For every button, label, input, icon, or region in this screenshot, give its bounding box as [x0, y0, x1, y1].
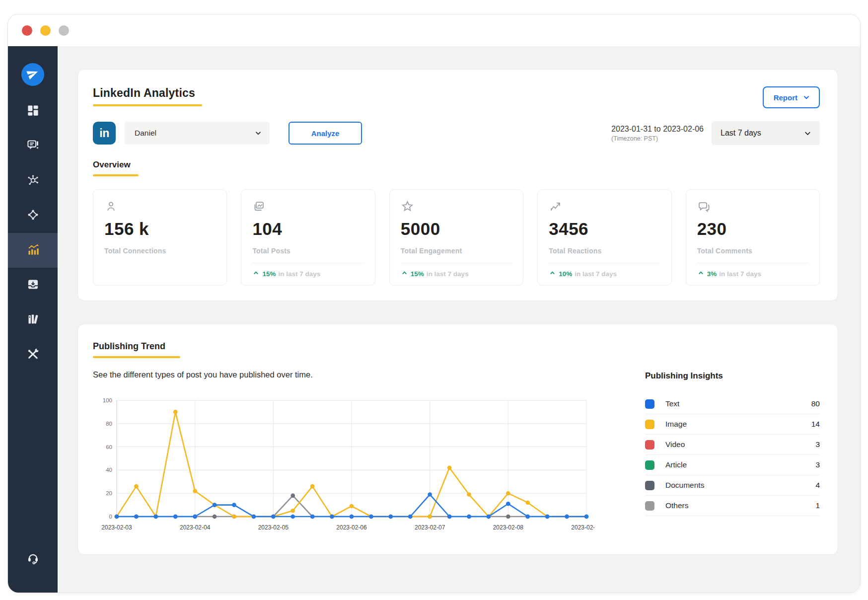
insight-row-others[interactable]: Others 1 [645, 496, 820, 516]
report-button-label: Report [774, 93, 797, 102]
chevron-down-icon [803, 129, 812, 138]
close-window-button[interactable] [22, 25, 32, 36]
analytics-chart-icon [26, 243, 40, 258]
growth-indicator: 15% in last 7 days [401, 269, 512, 278]
publishing-insights: Publishing Insights Text 80 Image 14 [645, 370, 820, 536]
stat-card-engagement: 5000 Total Engagement 15% in last 7 days [389, 189, 523, 286]
publishing-trend-panel: Publishing Trend See the different types… [77, 324, 838, 555]
app-window: LinkedIn Analytics Report in Daniel [7, 14, 861, 593]
growth-suffix: in last 7 days [278, 270, 320, 278]
others-legend-chip [645, 501, 654, 511]
library-books-icon [26, 312, 40, 328]
stat-label: Total Connections [104, 247, 216, 255]
posts-icon [252, 200, 363, 215]
report-button[interactable]: Report [763, 86, 820, 108]
sidebar-item-tools[interactable] [8, 337, 58, 372]
svg-text:2023-02-07: 2023-02-07 [415, 524, 445, 531]
stat-card-connections: 156 k Total Connections [93, 189, 227, 286]
insight-row-text[interactable]: Text 80 [645, 394, 820, 414]
insight-value: 1 [815, 501, 820, 510]
account-dropdown[interactable]: Daniel [125, 122, 270, 145]
insight-label: Video [665, 440, 685, 449]
insight-label: Article [665, 460, 687, 469]
documents-legend-chip [645, 481, 654, 490]
stat-value: 230 [697, 219, 808, 239]
svg-text:2023-02-05: 2023-02-05 [258, 524, 289, 531]
svg-text:40: 40 [106, 467, 112, 473]
trend-up-icon [252, 269, 260, 278]
growth-indicator: 10% in last 7 days [549, 269, 660, 278]
svg-text:100: 100 [103, 397, 112, 403]
svg-text:2023-02-03: 2023-02-03 [101, 524, 132, 531]
main-content: LinkedIn Analytics Report in Daniel [58, 46, 860, 593]
trend-up-icon [549, 269, 556, 278]
comments-icon [697, 200, 808, 215]
date-range-block: 2023-01-31 to 2023-02-06 (Timezone: PST) [611, 125, 704, 142]
stat-card-posts: 104 Total Posts 15% in last 7 days [241, 189, 375, 286]
svg-text:2023-02-04: 2023-02-04 [180, 524, 211, 531]
stat-value: 156 k [104, 219, 216, 239]
network-hub-icon [26, 173, 40, 189]
insight-row-article[interactable]: Article 3 [645, 455, 820, 475]
sidebar-item-inbox[interactable] [8, 268, 58, 302]
growth-suffix: in last 7 days [427, 270, 469, 278]
paper-plane-icon [27, 68, 39, 81]
sidebar-item-support[interactable] [8, 541, 58, 576]
account-dropdown-value: Daniel [135, 129, 156, 138]
svg-text:60: 60 [106, 444, 112, 450]
publishing-insights-heading: Publishing Insights [645, 371, 820, 381]
zoom-window-button[interactable] [59, 25, 69, 36]
stat-label: Total Posts [252, 247, 363, 255]
person-icon [104, 200, 216, 215]
trend-underline [93, 356, 180, 358]
sidebar-item-analytics[interactable] [8, 233, 58, 268]
sidebar-item-network[interactable] [8, 163, 58, 198]
insight-row-documents[interactable]: Documents 4 [645, 475, 820, 496]
star-icon [401, 200, 512, 215]
insight-value: 3 [815, 460, 820, 469]
stat-card-reactions: 3456 Total Reactions 10% in last 7 days [537, 189, 671, 286]
insight-label: Others [665, 501, 689, 510]
date-range-text: 2023-01-31 to 2023-02-06 [611, 125, 704, 134]
period-dropdown[interactable]: Last 7 days [712, 121, 820, 145]
article-legend-chip [645, 460, 654, 470]
overview-underline [93, 174, 139, 176]
chevron-down-icon [802, 93, 811, 102]
analyze-button[interactable]: Analyze [289, 122, 362, 145]
chat-exclamation-icon [26, 139, 40, 154]
analyze-button-label: Analyze [311, 129, 340, 138]
overview-heading: Overview [93, 160, 139, 170]
growth-suffix: in last 7 days [719, 270, 761, 278]
sidebar-item-posts[interactable] [8, 129, 58, 163]
sidebar-item-library[interactable] [8, 302, 58, 337]
publishing-trend-chart: 0204060801002023-02-032023-02-042023-02-… [93, 394, 594, 534]
svg-text:0: 0 [109, 514, 112, 520]
stat-label: Total Engagement [401, 247, 512, 255]
app-logo[interactable] [21, 63, 44, 86]
stat-label: Total Comments [697, 247, 808, 255]
timezone-note: (Timezone: PST) [611, 135, 704, 142]
svg-text:2023-02-08: 2023-02-08 [493, 524, 524, 531]
insight-value: 80 [811, 399, 820, 408]
insight-row-image[interactable]: Image 14 [645, 414, 820, 435]
stat-label: Total Reactions [549, 247, 660, 255]
growth-value: 10% [559, 270, 572, 278]
minimize-window-button[interactable] [40, 25, 51, 36]
linkedin-icon: in [93, 122, 116, 145]
svg-text:20: 20 [106, 490, 112, 496]
svg-text:2023-02-06: 2023-02-06 [336, 524, 367, 531]
trend-up-icon [401, 269, 408, 278]
sidebar-item-dashboard[interactable] [8, 94, 58, 129]
window-titlebar [8, 14, 860, 46]
growth-indicator: 15% in last 7 days [252, 269, 363, 278]
insight-row-video[interactable]: Video 3 [645, 435, 820, 455]
title-underline [93, 104, 202, 106]
sidebar-item-share[interactable] [8, 198, 58, 233]
headset-icon [26, 551, 40, 566]
text-legend-chip [645, 399, 654, 409]
publishing-trend-heading: Publishing Trend [93, 341, 180, 352]
svg-text:80: 80 [106, 421, 112, 427]
insight-value: 4 [815, 481, 820, 490]
svg-text:2023-02-09: 2023-02-09 [571, 524, 594, 531]
image-legend-chip [645, 420, 654, 429]
